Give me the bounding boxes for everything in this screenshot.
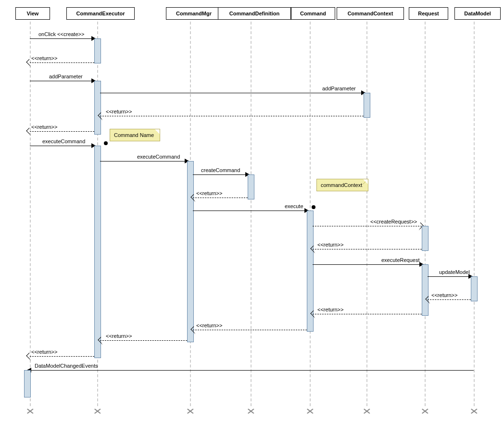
message-line bbox=[30, 81, 94, 81]
activation-bar bbox=[422, 264, 428, 316]
return-line bbox=[30, 62, 94, 63]
destroy-icon: ✕ bbox=[420, 406, 430, 417]
return-line bbox=[313, 249, 422, 249]
message-line bbox=[313, 226, 422, 226]
message-label: executeRequest bbox=[381, 257, 420, 263]
participant-data-model: DataModel bbox=[454, 7, 501, 20]
message-line bbox=[100, 93, 364, 93]
lifeline-request bbox=[425, 22, 426, 406]
note-command-context: commandContext bbox=[316, 179, 368, 191]
return-line bbox=[30, 131, 94, 132]
message-line bbox=[30, 370, 474, 371]
message-line bbox=[30, 146, 94, 146]
note-command-name: Command Name bbox=[110, 129, 160, 141]
message-label: <<return>> bbox=[31, 124, 57, 130]
participant-command-definition: CommandDefinition bbox=[218, 7, 291, 20]
return-line bbox=[193, 330, 307, 330]
message-label: <<createRequest>> bbox=[370, 219, 417, 224]
message-line bbox=[193, 174, 248, 175]
return-line bbox=[193, 198, 248, 198]
message-label: <<return>> bbox=[431, 292, 457, 298]
participant-view: View bbox=[15, 7, 50, 20]
message-label: <<return>> bbox=[196, 190, 222, 196]
note-anchor-dot bbox=[312, 205, 315, 209]
message-label: <<return>> bbox=[317, 307, 343, 312]
message-label: <<return>> bbox=[196, 323, 222, 328]
destroy-icon: ✕ bbox=[305, 406, 315, 417]
activation-bar bbox=[187, 161, 194, 342]
activation-bar bbox=[248, 174, 254, 199]
message-label: <<return>> bbox=[31, 349, 57, 355]
destroy-icon: ✕ bbox=[186, 406, 195, 417]
message-line bbox=[428, 276, 471, 277]
message-label: DataModelChangedEvents bbox=[35, 363, 98, 369]
lifeline-command-context bbox=[366, 22, 367, 406]
message-label: updateModel bbox=[439, 269, 470, 275]
message-label: <<return>> bbox=[106, 333, 132, 339]
message-label: onClick <<create>> bbox=[38, 31, 84, 37]
activation-bar bbox=[364, 93, 370, 118]
destroy-icon: ✕ bbox=[362, 406, 372, 417]
message-label: executeCommand bbox=[137, 154, 180, 160]
participant-request: Request bbox=[409, 7, 448, 20]
message-label: <<return>> bbox=[317, 242, 343, 248]
participant-command-executor: CommandExecutor bbox=[66, 7, 135, 20]
message-label: createCommand bbox=[201, 167, 240, 173]
destroy-icon: ✕ bbox=[25, 406, 35, 417]
message-label: <<return>> bbox=[106, 109, 132, 114]
message-line bbox=[193, 211, 307, 211]
message-label: execute bbox=[285, 203, 303, 209]
lifeline-data-model bbox=[474, 22, 475, 406]
return-line bbox=[100, 116, 364, 116]
sequence-diagram: View CommandExecutor CommandMgr CommandD… bbox=[5, 5, 500, 418]
message-line bbox=[100, 161, 187, 161]
participant-command-mgr: CommandMgr bbox=[166, 7, 222, 20]
return-line bbox=[30, 356, 94, 357]
destroy-icon: ✕ bbox=[93, 406, 102, 417]
return-line bbox=[100, 340, 187, 341]
message-line bbox=[313, 264, 422, 265]
return-line bbox=[428, 299, 471, 300]
activation-bar bbox=[422, 226, 428, 251]
return-line bbox=[313, 314, 422, 314]
message-label: <<return>> bbox=[31, 55, 57, 61]
activation-bar bbox=[24, 370, 31, 397]
activation-bar bbox=[94, 146, 101, 358]
lifeline-command-definition bbox=[251, 22, 252, 406]
destroy-icon: ✕ bbox=[469, 406, 479, 417]
activation-bar bbox=[94, 38, 101, 63]
activation-bar bbox=[94, 81, 101, 135]
lifeline-view bbox=[30, 22, 31, 406]
message-label: addParameter bbox=[49, 74, 83, 79]
note-anchor-dot bbox=[104, 141, 108, 145]
activation-bar bbox=[471, 276, 478, 301]
message-line bbox=[30, 38, 94, 39]
destroy-icon: ✕ bbox=[246, 406, 256, 417]
participant-command-context: CommandContext bbox=[337, 7, 404, 20]
message-label: executeCommand bbox=[42, 138, 85, 144]
message-label: addParameter bbox=[322, 86, 356, 91]
participant-command: Command bbox=[291, 7, 335, 20]
